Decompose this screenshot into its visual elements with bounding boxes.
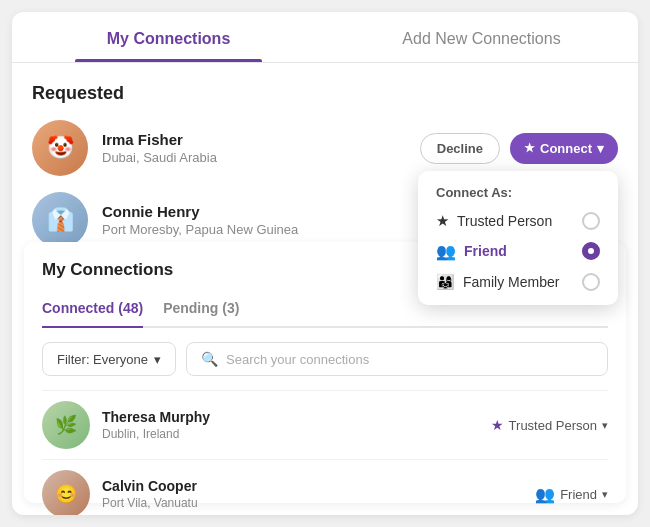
connection-item-calvin: 😊 Calvin Cooper Port Vila, Vanuatu 👥 Fri… [42,459,608,515]
search-placeholder: Search your connections [226,352,369,367]
avatar-irma: 🤡 [32,120,88,176]
irma-actions: Decline ★ Connect ▾ Connect As: ★ Truste… [420,133,618,164]
radio-family[interactable] [582,273,600,291]
tabs: My Connections Add New Connections [12,12,638,63]
calvin-chevron-icon: ▾ [602,488,608,501]
trusted-star-icon: ★ [436,212,449,230]
theresa-name: Theresa Murphy [102,409,491,425]
calvin-info: Calvin Cooper Port Vila, Vanuatu [102,478,535,510]
connect-star-icon: ★ [524,141,535,155]
search-icon: 🔍 [201,351,218,367]
filter-chevron-icon: ▾ [154,352,161,367]
theresa-info: Theresa Murphy Dublin, Ireland [102,409,491,441]
decline-irma-button[interactable]: Decline [420,133,500,164]
calvin-type-people-icon: 👥 [535,485,555,504]
irma-name: Irma Fisher [102,131,420,148]
calvin-type[interactable]: 👥 Friend ▾ [535,485,608,504]
theresa-type-star-icon: ★ [491,417,504,433]
theresa-location: Dublin, Ireland [102,427,491,441]
connect-chevron-icon: ▾ [597,141,604,156]
dropdown-option-friend[interactable]: 👥 Friend [436,242,600,261]
family-icon: 👨‍👩‍👧 [436,273,455,291]
radio-trusted[interactable] [582,212,600,230]
avatar-calvin: 😊 [42,470,90,515]
theresa-chevron-icon: ▾ [602,419,608,432]
request-row-irma: 🤡 Irma Fisher Dubai, Saudi Arabia Declin… [32,120,618,176]
dropdown-title: Connect As: [436,185,600,200]
requested-title: Requested [32,83,618,104]
filter-button[interactable]: Filter: Everyone ▾ [42,342,176,376]
main-card: My Connections Add New Connections Reque… [12,12,638,515]
subtab-pending[interactable]: Pending (3) [163,294,239,326]
search-box[interactable]: 🔍 Search your connections [186,342,608,376]
avatar-connie: 👔 [32,192,88,248]
connection-item-theresa: 🌿 Theresa Murphy Dublin, Ireland ★ Trust… [42,390,608,459]
dropdown-option-trusted[interactable]: ★ Trusted Person [436,212,600,230]
radio-friend[interactable] [582,242,600,260]
avatar-theresa: 🌿 [42,401,90,449]
requested-section: Requested 🤡 Irma Fisher Dubai, Saudi Ara… [12,63,638,248]
calvin-location: Port Vila, Vanuatu [102,496,535,510]
connect-irma-button[interactable]: ★ Connect ▾ [510,133,618,164]
tab-add-new-connections[interactable]: Add New Connections [325,12,638,62]
theresa-type[interactable]: ★ Trusted Person ▾ [491,417,608,433]
filter-row: Filter: Everyone ▾ 🔍 Search your connect… [42,342,608,376]
dropdown-option-family[interactable]: 👨‍👩‍👧 Family Member [436,273,600,291]
calvin-name: Calvin Cooper [102,478,535,494]
connect-dropdown: Connect As: ★ Trusted Person 👥 Friend [418,171,618,305]
request-info-irma: Irma Fisher Dubai, Saudi Arabia [102,131,420,165]
irma-location: Dubai, Saudi Arabia [102,150,420,165]
subtab-connected[interactable]: Connected (48) [42,294,143,326]
friend-people-icon: 👥 [436,242,456,261]
tab-my-connections[interactable]: My Connections [12,12,325,62]
